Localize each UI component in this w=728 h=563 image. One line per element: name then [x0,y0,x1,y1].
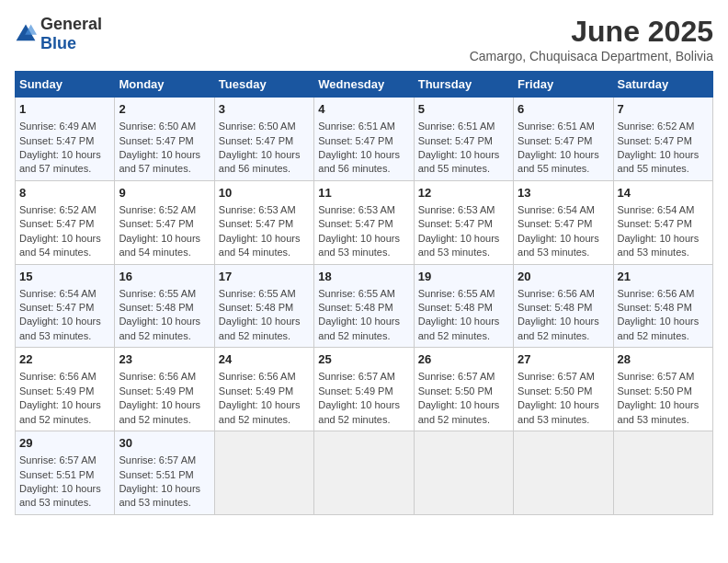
day-number: 8 [19,185,110,201]
sunrise-label: Sunrise: 6:56 AM [19,371,97,382]
daylight-label: Daylight: 10 hours and 54 minutes. [19,233,101,258]
sunset-label: Sunset: 5:48 PM [518,302,592,313]
col-tuesday: Tuesday [214,72,313,98]
sunset-label: Sunset: 5:47 PM [418,135,493,146]
day-number: 30 [119,435,210,452]
col-monday: Monday [115,72,214,98]
day-number: 16 [119,269,210,285]
col-thursday: Thursday [414,72,513,98]
cell-row4-4: 26 Sunrise: 6:57 AM Sunset: 5:50 PM Dayl… [414,348,513,431]
day-number: 26 [418,351,509,368]
sunset-label: Sunset: 5:47 PM [19,135,94,146]
sunset-label: Sunset: 5:47 PM [19,302,94,313]
header-row: Sunday Monday Tuesday Wednesday Thursday… [16,72,713,98]
daylight-label: Daylight: 10 hours and 56 minutes. [318,149,400,174]
cell-row3-3: 18 Sunrise: 6:55 AM Sunset: 5:48 PM Dayl… [314,264,414,348]
sunrise-label: Sunrise: 6:53 AM [219,204,296,215]
cell-row5-4 [414,431,513,515]
col-sunday: Sunday [16,72,115,98]
sunset-label: Sunset: 5:47 PM [119,218,193,229]
daylight-label: Daylight: 10 hours and 54 minutes. [119,233,200,258]
cell-row2-3: 11 Sunrise: 6:53 AM Sunset: 5:47 PM Dayl… [314,180,414,264]
sunrise-label: Sunrise: 6:52 AM [119,204,196,215]
day-number: 3 [219,101,310,118]
daylight-label: Daylight: 10 hours and 52 minutes. [418,399,500,424]
sunset-label: Sunset: 5:48 PM [618,302,692,313]
sunset-label: Sunset: 5:51 PM [19,469,94,480]
calendar-row-4: 22 Sunrise: 6:56 AM Sunset: 5:49 PM Dayl… [16,348,713,431]
logo-general: General [40,15,102,33]
sunrise-label: Sunrise: 6:51 AM [418,121,495,132]
day-number: 10 [219,185,310,201]
calendar-row-5: 29 Sunrise: 6:57 AM Sunset: 5:51 PM Dayl… [16,431,713,515]
day-number: 6 [518,101,609,118]
sunset-label: Sunset: 5:47 PM [618,135,692,146]
sunset-label: Sunset: 5:47 PM [219,218,293,229]
logo-icon [15,23,37,45]
main-title: June 2025 [470,15,713,49]
sunrise-label: Sunrise: 6:55 AM [219,288,296,299]
cell-row5-1: 30 Sunrise: 6:57 AM Sunset: 5:51 PM Dayl… [115,431,214,515]
daylight-label: Daylight: 10 hours and 53 minutes. [19,316,101,340]
logo: General Blue [15,15,102,53]
day-number: 11 [318,185,409,201]
day-number: 5 [418,101,509,118]
daylight-label: Daylight: 10 hours and 52 minutes. [219,399,301,424]
sunset-label: Sunset: 5:49 PM [119,385,193,396]
sunset-label: Sunset: 5:49 PM [219,385,293,396]
daylight-label: Daylight: 10 hours and 57 minutes. [19,149,101,174]
sunset-label: Sunset: 5:50 PM [518,385,592,396]
day-number: 19 [418,269,509,285]
cell-row2-2: 10 Sunrise: 6:53 AM Sunset: 5:47 PM Dayl… [214,180,313,264]
sunrise-label: Sunrise: 6:56 AM [119,371,196,382]
daylight-label: Daylight: 10 hours and 53 minutes. [618,399,700,424]
sunrise-label: Sunrise: 6:52 AM [19,204,97,215]
sunset-label: Sunset: 5:47 PM [518,135,592,146]
sunrise-label: Sunrise: 6:57 AM [518,371,595,382]
sunset-label: Sunset: 5:50 PM [618,385,692,396]
sunrise-label: Sunrise: 6:49 AM [19,121,97,132]
col-friday: Friday [514,72,613,98]
sunset-label: Sunset: 5:48 PM [418,302,493,313]
calendar-row-1: 1 Sunrise: 6:49 AM Sunset: 5:47 PM Dayli… [16,98,713,181]
sunset-label: Sunset: 5:47 PM [19,218,94,229]
day-number: 25 [318,351,409,368]
daylight-label: Daylight: 10 hours and 53 minutes. [19,483,101,508]
sunrise-label: Sunrise: 6:56 AM [618,288,695,299]
calendar-row-3: 15 Sunrise: 6:54 AM Sunset: 5:47 PM Dayl… [16,264,713,348]
day-number: 13 [518,185,609,201]
cell-row3-5: 20 Sunrise: 6:56 AM Sunset: 5:48 PM Dayl… [514,264,613,348]
sunset-label: Sunset: 5:47 PM [318,218,392,229]
daylight-label: Daylight: 10 hours and 52 minutes. [418,316,500,340]
cell-row3-0: 15 Sunrise: 6:54 AM Sunset: 5:47 PM Dayl… [16,264,115,348]
sunrise-label: Sunrise: 6:54 AM [518,204,595,215]
sunrise-label: Sunrise: 6:57 AM [418,371,495,382]
sunrise-label: Sunrise: 6:50 AM [219,121,296,132]
day-number: 15 [19,269,110,285]
sunset-label: Sunset: 5:48 PM [119,302,193,313]
cell-row1-3: 4 Sunrise: 6:51 AM Sunset: 5:47 PM Dayli… [314,98,414,181]
sunrise-label: Sunrise: 6:57 AM [119,454,196,465]
day-number: 28 [618,351,709,368]
daylight-label: Daylight: 10 hours and 53 minutes. [518,233,599,258]
sunset-label: Sunset: 5:47 PM [119,135,193,146]
daylight-label: Daylight: 10 hours and 54 minutes. [219,233,301,258]
daylight-label: Daylight: 10 hours and 52 minutes. [19,399,101,424]
col-saturday: Saturday [613,72,712,98]
daylight-label: Daylight: 10 hours and 52 minutes. [518,316,599,340]
sunrise-label: Sunrise: 6:54 AM [19,288,97,299]
cell-row1-4: 5 Sunrise: 6:51 AM Sunset: 5:47 PM Dayli… [414,98,513,181]
day-number: 14 [618,185,709,201]
title-area: June 2025 Camargo, Chuquisaca Department… [470,15,713,63]
cell-row3-1: 16 Sunrise: 6:55 AM Sunset: 5:48 PM Dayl… [115,264,214,348]
daylight-label: Daylight: 10 hours and 52 minutes. [119,399,200,424]
cell-row4-3: 25 Sunrise: 6:57 AM Sunset: 5:49 PM Dayl… [314,348,414,431]
daylight-label: Daylight: 10 hours and 53 minutes. [119,483,200,508]
col-wednesday: Wednesday [314,72,414,98]
logo-text: General Blue [40,15,102,53]
cell-row3-6: 21 Sunrise: 6:56 AM Sunset: 5:48 PM Dayl… [613,264,712,348]
calendar-row-2: 8 Sunrise: 6:52 AM Sunset: 5:47 PM Dayli… [16,180,713,264]
cell-row4-1: 23 Sunrise: 6:56 AM Sunset: 5:49 PM Dayl… [115,348,214,431]
daylight-label: Daylight: 10 hours and 52 minutes. [318,399,400,424]
sunset-label: Sunset: 5:47 PM [518,218,592,229]
